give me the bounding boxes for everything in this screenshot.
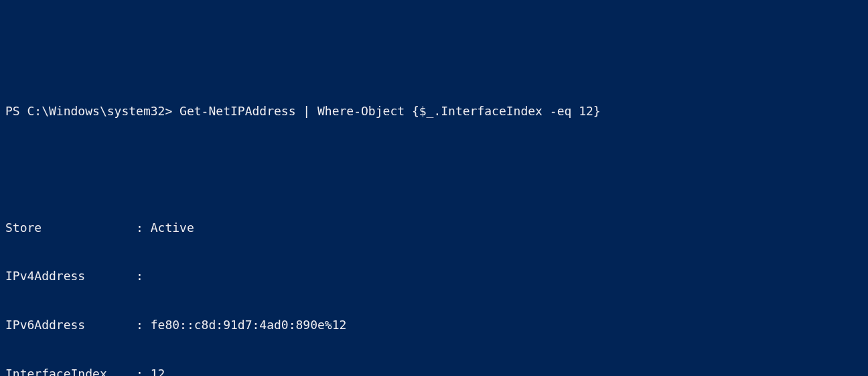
powershell-terminal[interactable]: PS C:\Windows\system32> Get-NetIPAddress… — [5, 70, 863, 376]
value-store: Active — [151, 221, 194, 235]
prompt-line: PS C:\Windows\system32> Get-NetIPAddress… — [5, 103, 863, 119]
prompt-prefix: PS — [5, 104, 27, 118]
prompt-path: C:\Windows\system32 — [27, 104, 165, 118]
output-record-0: Store : Active IPv4Address : IPv6Address… — [5, 187, 863, 376]
label-ipv4address: IPv4Address — [5, 269, 136, 283]
field-ipv6address: IPv6Address : fe80::c8d:91d7:4ad0:890e%1… — [5, 317, 863, 333]
label-store: Store — [5, 221, 136, 235]
colon: : — [136, 318, 151, 332]
value-interfaceindex: 12 — [151, 367, 165, 376]
field-store: Store : Active — [5, 220, 863, 236]
colon: : — [136, 221, 151, 235]
colon: : — [136, 269, 151, 283]
value-ipv6address: fe80::c8d:91d7:4ad0:890e%12 — [151, 318, 347, 332]
field-interfaceindex: InterfaceIndex : 12 — [5, 366, 863, 376]
field-ipv4address: IPv4Address : — [5, 268, 863, 284]
prompt-command: Get-NetIPAddress | Where-Object {$_.Inte… — [179, 104, 601, 118]
label-ipv6address: IPv6Address — [5, 318, 136, 332]
label-interfaceindex: InterfaceIndex — [5, 367, 136, 376]
colon: : — [136, 367, 151, 376]
prompt-separator: > — [165, 104, 179, 118]
